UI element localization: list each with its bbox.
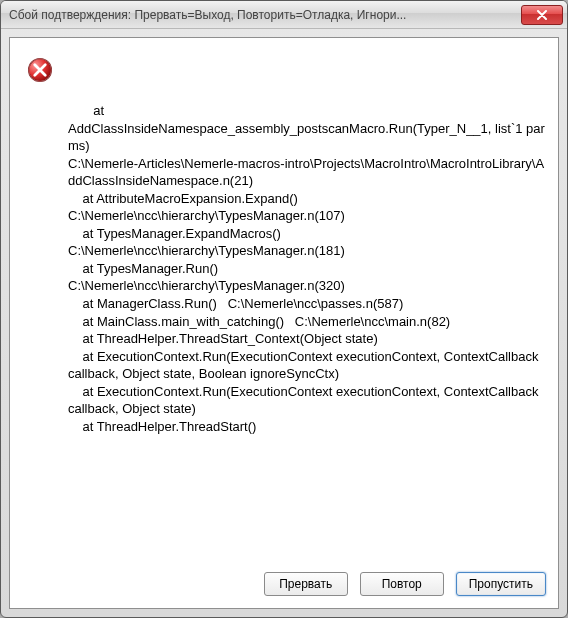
- message-text: at AddClassInsideNamespace_assembly_post…: [62, 52, 546, 554]
- icon-column: [22, 52, 62, 554]
- button-row: Прервать Повтор Пропустить: [22, 554, 546, 596]
- ignore-button[interactable]: Пропустить: [456, 572, 546, 596]
- window-title: Сбой подтверждения: Прервать=Выход, Повт…: [9, 8, 521, 22]
- dialog-window: Сбой подтверждения: Прервать=Выход, Повт…: [0, 0, 568, 618]
- close-icon: [537, 10, 547, 20]
- titlebar: Сбой подтверждения: Прервать=Выход, Повт…: [1, 1, 567, 29]
- error-icon: [26, 56, 54, 84]
- abort-button[interactable]: Прервать: [264, 572, 348, 596]
- content-row: at AddClassInsideNamespace_assembly_post…: [22, 52, 546, 554]
- client-area: at AddClassInsideNamespace_assembly_post…: [9, 37, 559, 609]
- retry-button[interactable]: Повтор: [360, 572, 444, 596]
- close-button[interactable]: [521, 5, 563, 25]
